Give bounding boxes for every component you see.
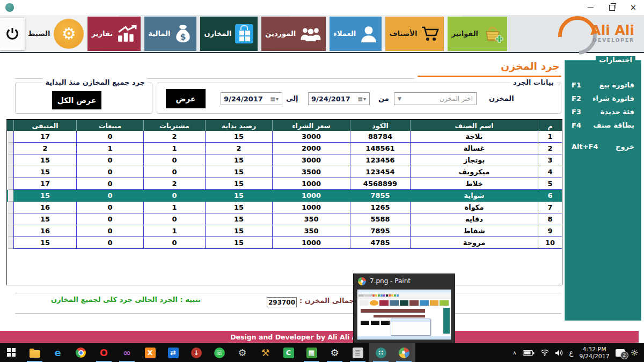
window-titlebar: × <box>0 0 644 15</box>
table-row[interactable]: 2غسالة14856120002112 <box>7 143 562 154</box>
table-cell: 1265 <box>350 202 410 213</box>
view-button[interactable]: عرض <box>166 89 206 108</box>
developer-logo: Ali Ali DEVELOPER <box>550 17 635 50</box>
table-row[interactable]: 8دفاية5588350150015 <box>7 213 562 225</box>
row-header-gutter <box>8 237 13 249</box>
thumb-statusbar <box>357 336 451 339</box>
table-row[interactable]: 10مروحة47851000150015 <box>7 237 562 249</box>
close-icon[interactable]: × <box>623 0 644 15</box>
table-header-cell[interactable]: م <box>538 120 562 131</box>
row-header-gutter <box>8 190 13 202</box>
view-all-group: جرد جميع المخازن منذ البداية عرض الكل <box>15 83 152 114</box>
whatsapp-taskbar-button[interactable]: ☏ <box>208 343 231 362</box>
start-taskbar-button[interactable] <box>0 343 23 362</box>
finance-button[interactable]: $ المالية <box>144 17 196 51</box>
to-label: إلى <box>286 94 298 102</box>
restore-glyph <box>609 5 615 11</box>
thumb-decor <box>420 300 429 306</box>
table-row[interactable]: 9شفاط7895350151016 <box>7 225 562 237</box>
total-value-field[interactable]: 293700 <box>267 297 297 307</box>
table-cell: 1000 <box>272 190 350 202</box>
chip-taskbar-button[interactable]: ▦ <box>300 343 323 362</box>
from-date-picker[interactable]: 9/24/2017 ▦▾ <box>308 92 370 105</box>
table-header-row: ماسم الصنفالكودسعر الشراءرصيد بدايةمشتري… <box>7 120 562 131</box>
shortcut-label: فئة جديدة <box>601 108 634 116</box>
inventory-app-taskbar-button[interactable]: ∷ <box>369 343 392 362</box>
xampp-taskbar-button[interactable]: X <box>138 343 162 362</box>
items-button[interactable]: الأصناف <box>385 17 444 51</box>
stores-label: المخازن <box>204 29 232 38</box>
filter-group-title: بيانات الجرد <box>510 78 557 86</box>
table-header-cell[interactable]: مبيعات <box>76 120 143 131</box>
store-icon <box>235 24 253 43</box>
table-header-cell[interactable]: سعر الشراء <box>272 120 350 131</box>
battery-icon[interactable] <box>523 350 535 356</box>
table-row[interactable]: 1ثلاجة887843000152017 <box>7 131 562 143</box>
invoices-label: الفواتير <box>451 29 478 38</box>
customers-button[interactable]: العملاء <box>330 17 382 51</box>
table-cell: خلاط <box>410 178 538 190</box>
reports-button[interactable]: تقارير <box>87 17 141 51</box>
idm-taskbar-button[interactable]: ↓ <box>185 343 208 362</box>
table-cell: 0 <box>76 237 143 249</box>
taskbar-clock[interactable]: 4:32 PM 9/24/2017 <box>579 346 609 360</box>
table-header-cell[interactable]: المتبقى <box>13 120 76 131</box>
table-header-cell[interactable]: الكود <box>350 120 410 131</box>
table-row[interactable]: 6شواية78551000150015 <box>7 190 562 202</box>
shortcut-item: خروجAlt+F4 <box>572 143 634 151</box>
edge-taskbar-button[interactable]: e <box>46 343 69 362</box>
view-all-button[interactable]: عرض الكل <box>52 91 101 109</box>
thumb-decor <box>391 319 430 322</box>
repair-tool-taskbar-button[interactable]: ⚒ <box>254 343 277 362</box>
paint-thumbnail[interactable] <box>357 289 451 340</box>
title-underline <box>418 76 561 77</box>
paint-preview-popup[interactable]: 7.png - Paint <box>353 274 455 343</box>
table-header-cell[interactable]: اسم الصنف <box>410 120 538 131</box>
visual-studio-taskbar-button[interactable]: ∞ <box>115 343 138 362</box>
to-date-value: 9/24/2017 <box>224 95 263 103</box>
table-header-cell[interactable]: مشتريات <box>143 120 205 131</box>
notification-center-icon[interactable]: 2 <box>616 349 625 357</box>
table-row[interactable]: 3بوتجاز1234563000150015 <box>7 154 562 166</box>
language-indicator[interactable]: ع <box>569 349 574 357</box>
store-select[interactable]: اختر المخزن ▼ <box>394 92 477 105</box>
jar-taskbar-button[interactable]: ≣ <box>346 343 369 362</box>
wifi-icon[interactable] <box>540 349 549 356</box>
table-cell: دفاية <box>410 213 538 225</box>
start-pane <box>12 353 16 357</box>
tray-expand-icon[interactable]: ∧ <box>513 350 516 356</box>
volume-icon[interactable] <box>555 349 564 357</box>
chart-icon <box>116 25 137 42</box>
to-date-picker[interactable]: 9/24/2017 ▦▾ <box>221 92 282 105</box>
table-row[interactable]: 5خلاط45688991000152017 <box>7 178 562 190</box>
table-header-cell[interactable]: رصيد بداية <box>205 120 272 131</box>
view-all-button-label: عرض الكل <box>57 96 97 105</box>
chrome-taskbar-button[interactable] <box>69 343 92 362</box>
paint-taskbar-button[interactable] <box>392 343 415 362</box>
suppliers-button[interactable]: الموردين <box>261 17 326 51</box>
restore-icon[interactable] <box>601 0 623 15</box>
file-explorer-taskbar-button[interactable] <box>23 343 46 362</box>
calendar-icon: ▦▾ <box>270 96 279 102</box>
table-row[interactable]: 4ميكرويف1234543500150015 <box>7 166 562 178</box>
gears2-taskbar-button[interactable]: ⚙ <box>323 343 346 362</box>
table-cell: 15 <box>205 178 272 190</box>
thumb-decor <box>386 294 388 297</box>
table-cell: 5 <box>538 178 562 190</box>
opera-taskbar-button[interactable]: O <box>92 343 115 362</box>
gears-taskbar-button[interactable]: ⚙ <box>231 343 254 362</box>
stores-button[interactable]: المخازن <box>200 17 258 51</box>
settings-button[interactable]: الضبط <box>0 18 50 50</box>
table-cell: 15 <box>13 237 76 249</box>
invoices-button[interactable]: الفواتير <box>448 17 507 51</box>
camtasia-taskbar-button[interactable]: C <box>277 343 300 362</box>
taskbar-icons: eO∞X⇄↓☏⚙⚒C▦⚙≣∷ <box>0 343 415 362</box>
teamviewer-taskbar-button[interactable]: ⇄ <box>162 343 185 362</box>
table-cell: 0 <box>143 154 205 166</box>
table-cell: 0 <box>76 225 143 237</box>
gear-button[interactable]: ⚙ <box>54 19 84 49</box>
brightness-icon[interactable]: ☼ <box>631 348 639 358</box>
row-header-gutter <box>8 178 13 190</box>
minimize-icon[interactable] <box>580 0 601 15</box>
table-row[interactable]: 7مكواة12651000151016 <box>7 202 562 213</box>
